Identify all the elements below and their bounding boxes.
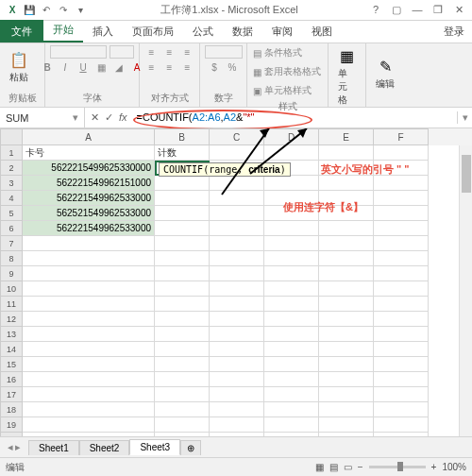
- dropdown-icon[interactable]: ▾: [74, 4, 87, 17]
- cell-B4[interactable]: [155, 191, 210, 206]
- cell-B11[interactable]: [155, 297, 210, 312]
- cell-E7[interactable]: [319, 236, 374, 251]
- zoom-in-button[interactable]: +: [431, 462, 437, 472]
- cell-F6[interactable]: [374, 221, 429, 236]
- row-header[interactable]: 4: [0, 191, 23, 206]
- cell-F11[interactable]: [374, 297, 429, 312]
- cell-B8[interactable]: [155, 251, 210, 266]
- cell-D20[interactable]: [264, 433, 319, 436]
- cell-C12[interactable]: [210, 312, 264, 327]
- cell-A14[interactable]: [23, 342, 155, 357]
- paste-button[interactable]: 📋 粘贴: [6, 49, 32, 86]
- cell-C15[interactable]: [210, 357, 264, 372]
- cell-A7[interactable]: [23, 236, 155, 251]
- tab-view[interactable]: 视图: [302, 21, 342, 42]
- italic-button[interactable]: I: [58, 60, 73, 74]
- cell-C11[interactable]: [210, 297, 264, 312]
- col-header-E[interactable]: E: [319, 128, 374, 145]
- formula-bar[interactable]: =COUNTIF(A2:A6,A2&"*": [133, 111, 457, 124]
- row-header[interactable]: 3: [0, 176, 23, 191]
- cell-B10[interactable]: [155, 281, 210, 297]
- cell-E9[interactable]: [319, 266, 374, 281]
- row-header[interactable]: 9: [0, 266, 23, 281]
- zoom-out-button[interactable]: −: [358, 462, 363, 472]
- cell-E6[interactable]: [319, 221, 374, 236]
- cell-F19[interactable]: [374, 417, 429, 433]
- align-center[interactable]: ≡: [162, 60, 177, 74]
- cell-F10[interactable]: [374, 281, 429, 297]
- cell-A11[interactable]: [23, 297, 155, 312]
- cell-E3[interactable]: [319, 176, 374, 191]
- cell-styles[interactable]: ▣单元格样式: [253, 83, 312, 98]
- row-header[interactable]: 11: [0, 297, 23, 312]
- cell-A12[interactable]: [23, 312, 155, 327]
- cell-D8[interactable]: [264, 251, 319, 266]
- align-left[interactable]: ≡: [144, 60, 160, 74]
- col-header-F[interactable]: F: [374, 128, 429, 145]
- login-link[interactable]: 登录: [444, 25, 464, 39]
- undo-icon[interactable]: ↶: [40, 4, 53, 17]
- spreadsheet-grid[interactable]: A B C D E F 1卡号计数25622215499625330000!:A…: [0, 128, 472, 436]
- select-all-corner[interactable]: [0, 128, 23, 145]
- cell-C9[interactable]: [210, 266, 264, 281]
- tab-home[interactable]: 开始: [43, 19, 83, 42]
- cell-F15[interactable]: [374, 357, 429, 372]
- conditional-format[interactable]: ▤条件格式: [253, 45, 302, 60]
- cell-C19[interactable]: [210, 417, 264, 433]
- cell-F3[interactable]: [374, 176, 429, 191]
- font-select[interactable]: [50, 45, 107, 59]
- cell-B1[interactable]: 计数: [155, 145, 210, 161]
- cell-D10[interactable]: [264, 281, 319, 297]
- cell-D6[interactable]: [264, 221, 319, 236]
- cell-F1[interactable]: [374, 145, 429, 161]
- close-button[interactable]: ✕: [449, 4, 468, 16]
- size-select[interactable]: [110, 45, 134, 59]
- cell-E14[interactable]: [319, 342, 374, 357]
- row-header[interactable]: 15: [0, 357, 23, 372]
- col-header-A[interactable]: A: [23, 128, 155, 145]
- zoom-slider[interactable]: [369, 466, 426, 468]
- cell-C14[interactable]: [210, 342, 264, 357]
- align-top[interactable]: ≡: [144, 45, 160, 59]
- cell-D16[interactable]: [264, 372, 319, 387]
- cell-F13[interactable]: [374, 327, 429, 342]
- vertical-scrollbar[interactable]: [459, 145, 472, 436]
- row-header[interactable]: 10: [0, 281, 23, 297]
- row-header[interactable]: 18: [0, 402, 23, 417]
- cell-D9[interactable]: [264, 266, 319, 281]
- align-mid[interactable]: ≡: [162, 45, 177, 59]
- cell-B9[interactable]: [155, 266, 210, 281]
- cell-E1[interactable]: [319, 145, 374, 161]
- cell-C18[interactable]: [210, 402, 264, 417]
- cell-C20[interactable]: [210, 433, 264, 436]
- cell-F12[interactable]: [374, 312, 429, 327]
- minimize-button[interactable]: —: [408, 4, 427, 16]
- cancel-icon[interactable]: ✕: [91, 111, 99, 124]
- confirm-icon[interactable]: ✓: [105, 111, 113, 124]
- fill-button[interactable]: ◢: [111, 60, 126, 74]
- row-header[interactable]: 7: [0, 236, 23, 251]
- cell-A1[interactable]: 卡号: [23, 145, 155, 161]
- number-format[interactable]: [205, 45, 243, 59]
- cell-F9[interactable]: [374, 266, 429, 281]
- cell-F4[interactable]: [374, 191, 429, 206]
- cell-C16[interactable]: [210, 372, 264, 387]
- edit-button[interactable]: ✎编辑: [372, 56, 398, 93]
- cell-C8[interactable]: [210, 251, 264, 266]
- view-layout-icon[interactable]: ▤: [329, 462, 338, 472]
- row-header[interactable]: 12: [0, 312, 23, 327]
- cell-F18[interactable]: [374, 402, 429, 417]
- cell-B7[interactable]: [155, 236, 210, 251]
- row-header[interactable]: 20: [0, 433, 23, 436]
- row-header[interactable]: 19: [0, 417, 23, 433]
- tab-layout[interactable]: 页面布局: [123, 21, 183, 42]
- cells-button[interactable]: ▦单元格: [334, 45, 360, 109]
- align-right[interactable]: ≡: [180, 60, 195, 74]
- zoom-level[interactable]: 100%: [442, 462, 466, 472]
- cell-B13[interactable]: [155, 327, 210, 342]
- row-header[interactable]: 5: [0, 206, 23, 221]
- cell-A13[interactable]: [23, 327, 155, 342]
- tab-data[interactable]: 数据: [223, 21, 262, 42]
- cell-B5[interactable]: [155, 206, 210, 221]
- underline-button[interactable]: U: [76, 60, 91, 74]
